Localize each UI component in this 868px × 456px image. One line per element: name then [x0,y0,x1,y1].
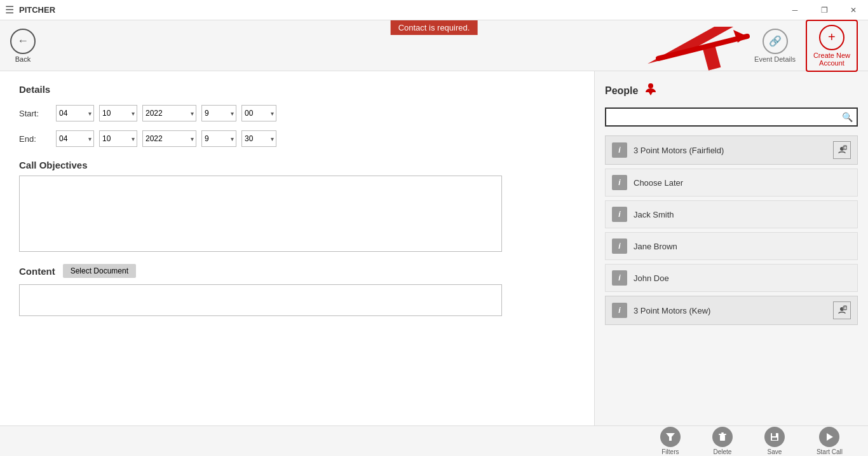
search-box: 🔍 [605,107,858,127]
action-bar-right: 🔗 Event Details + Create New Account [754,20,858,72]
end-month-select[interactable]: 04 [56,130,94,147]
start-year-select[interactable]: 2022 [142,105,196,121]
start-hour-wrapper: 9 [201,105,236,121]
bottom-toolbar: Filters Delete Save [0,425,868,456]
end-hour-wrapper: 9 [201,130,236,147]
svg-marker-0 [642,27,766,71]
start-row: Start: 04 10 2022 [19,105,575,121]
select-document-button[interactable]: Select Document [63,264,136,278]
svg-marker-10 [666,433,675,441]
person-info-icon[interactable]: i [612,175,627,190]
details-title: Details [19,84,575,95]
person-add-icon[interactable]: + [833,301,851,319]
person-item[interactable]: i3 Point Motors (Fairfield)+ [605,135,858,165]
person-item[interactable]: iJane Brown [605,232,858,260]
objectives-textarea[interactable] [19,176,502,252]
end-minute-wrapper: 30 [241,130,276,147]
person-name: 3 Point Motors (Kew) [634,306,827,315]
end-row: End: 04 10 2022 [19,130,575,147]
save-icon [764,427,785,447]
content-label: Content [19,266,55,277]
person-item[interactable]: iJack Smith [605,200,858,228]
end-day-select[interactable]: 10 [99,130,137,147]
person-info-icon[interactable]: i [612,238,627,254]
search-input[interactable] [605,107,858,127]
start-call-icon [819,427,839,447]
start-call-button[interactable]: Start Call [817,427,843,455]
filters-button[interactable]: Filters [660,427,681,455]
titlebar: ☰ PITCHER ─ ❐ ✕ [0,0,868,20]
error-banner: Contact is required. [391,20,478,35]
start-label: Start: [19,109,51,118]
person-add-icon[interactable]: + [833,141,851,159]
save-button[interactable]: Save [764,427,785,455]
right-panel: People 🔍 i3 Point Motors (Fairfield)+iCh… [595,71,868,425]
person-info-icon[interactable]: i [612,207,627,222]
main-content: Details Start: 04 10 2022 [0,71,868,425]
delete-button[interactable]: Delete [712,427,733,455]
start-month-wrapper: 04 [56,105,94,121]
person-item[interactable]: i3 Point Motors (Kew)+ [605,296,858,325]
end-month-wrapper: 04 [56,130,94,147]
start-day-wrapper: 10 [99,105,137,121]
start-day-select[interactable]: 10 [99,105,137,121]
close-button[interactable]: ✕ [839,0,868,20]
start-hour-select[interactable]: 9 [201,105,236,121]
svg-line-1 [658,36,747,59]
end-day-wrapper: 10 [99,130,137,147]
end-minute-select[interactable]: 30 [241,130,276,147]
minimize-button[interactable]: ─ [780,0,810,20]
search-icon[interactable]: 🔍 [842,112,853,122]
start-minute-wrapper: 00 [241,105,276,121]
event-details-button[interactable]: 🔗 Event Details [754,29,796,63]
create-new-account-button[interactable]: + Create New Account [806,20,858,72]
end-hour-select[interactable]: 9 [201,130,236,147]
start-year-wrapper: 2022 [142,105,196,121]
person-item[interactable]: iChoose Later [605,169,858,197]
svg-rect-13 [721,432,724,434]
app-title: PITCHER [19,5,55,15]
svg-rect-12 [719,434,726,435]
create-new-icon: + [819,25,844,50]
people-header: People [605,81,858,100]
person-name: Jane Brown [634,242,851,251]
person-info-icon[interactable]: i [612,142,627,158]
start-minute-select[interactable]: 00 [241,105,276,121]
content-section: Content Select Document [19,264,575,316]
people-location-icon [643,81,658,100]
menu-icon[interactable]: ☰ [5,4,14,16]
svg-point-3 [648,83,653,88]
person-name: Jack Smith [634,210,851,219]
arrow-indicator [639,27,766,71]
end-year-wrapper: 2022 [142,130,196,147]
people-list: i3 Point Motors (Fairfield)+iChoose Late… [605,135,858,325]
start-month-select[interactable]: 04 [56,105,94,121]
person-info-icon[interactable]: i [612,270,627,286]
svg-rect-11 [720,435,725,441]
person-name: Choose Later [634,178,851,188]
event-details-icon: 🔗 [763,29,788,54]
left-panel: Details Start: 04 10 2022 [0,71,595,425]
end-year-select[interactable]: 2022 [142,130,196,147]
svg-rect-16 [772,438,777,440]
person-info-icon[interactable]: i [612,303,627,318]
window-controls: ─ ❐ ✕ [780,0,868,20]
maximize-button[interactable]: ❐ [810,0,839,20]
svg-text:+: + [844,145,847,151]
svg-rect-15 [772,433,776,436]
svg-text:+: + [844,305,847,311]
person-name: 3 Point Motors (Fairfield) [634,146,827,155]
objectives-label: Call Objectives [19,160,575,170]
person-name: John Doe [634,273,851,283]
filters-icon [660,427,681,447]
person-item[interactable]: iJohn Doe [605,264,858,292]
content-row: Content Select Document [19,264,575,278]
back-button[interactable]: ← Back [10,29,36,63]
end-label: End: [19,134,51,144]
people-title: People [605,85,638,97]
delete-icon [712,427,733,447]
content-area [19,284,502,316]
svg-marker-2 [733,30,747,43]
back-icon: ← [10,29,36,54]
objectives-section: Call Objectives [19,160,575,254]
